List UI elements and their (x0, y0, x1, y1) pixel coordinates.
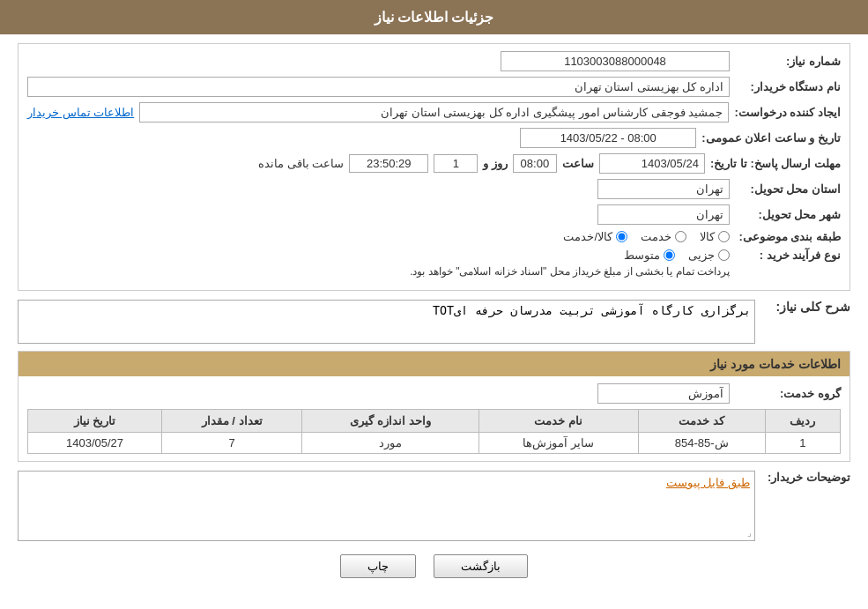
services-table: ردیف کد خدمت نام خدمت واحد اندازه گیری ت… (27, 409, 841, 454)
table-cell-name: سایر آموزش‌ها (479, 433, 638, 454)
buyer-notes-box: طبق فایل پیوست ⌟ (18, 471, 755, 541)
category-radio-kala-khedmat[interactable] (616, 231, 627, 242)
category-radio-kala[interactable] (718, 231, 730, 242)
deadline-remaining: 23:50:29 (349, 154, 428, 173)
process-row: نوع فرآیند خرید : جزیی متوسط (27, 249, 841, 278)
creator-value: جمشید فوجقی کارشناس امور پیشگیری اداره ک… (139, 102, 729, 123)
province-label: استان محل تحویل: (735, 182, 841, 196)
back-button[interactable]: بازگشت (434, 554, 528, 578)
process-radio-jozi[interactable] (718, 249, 730, 261)
button-row: بازگشت چاپ (18, 554, 850, 578)
print-button[interactable]: چاپ (340, 554, 416, 578)
process-label-motavasset: متوسط (624, 249, 660, 262)
order-number-row: شماره نیاز: 1103003088000048 (27, 51, 841, 71)
buyer-org-label: نام دستگاه خریدار: (735, 80, 841, 93)
services-header: اطلاعات خدمات مورد نیاز (19, 352, 849, 376)
page-header: جزئیات اطلاعات نیاز (0, 0, 868, 34)
order-number-value: 1103003088000048 (501, 51, 730, 71)
process-label-jozi: جزیی (688, 249, 715, 262)
need-description-box (18, 300, 755, 346)
category-label-khedmat: خدمت (641, 230, 671, 243)
col-date: تاریخ نیاز (28, 410, 162, 433)
remaining-label: ساعت باقی مانده (258, 157, 344, 170)
buyer-org-value: اداره کل بهزیستی استان تهران (27, 77, 730, 97)
deadline-time: 08:00 (513, 154, 557, 173)
col-unit: واحد اندازه گیری (302, 410, 479, 433)
main-info-body: شماره نیاز: 1103003088000048 نام دستگاه … (19, 44, 849, 290)
resize-handle: ⌟ (747, 528, 752, 538)
order-number-label: شماره نیاز: (735, 55, 841, 68)
process-option-2[interactable]: متوسط (624, 249, 675, 262)
service-group-value: آموزش (597, 383, 730, 404)
process-option-1[interactable]: جزیی (688, 249, 730, 262)
category-radio-group: کالا خدمت کالا/خدمت (563, 230, 730, 243)
buyer-org-row: نام دستگاه خریدار: اداره کل بهزیستی استا… (27, 77, 841, 97)
category-label-kala: کالا (700, 230, 715, 243)
category-radio-khedmat[interactable] (675, 231, 686, 242)
buyer-notes-label: توضیحات خریدار: (762, 471, 850, 484)
city-value: تهران (597, 204, 730, 225)
main-info-section: شماره نیاز: 1103003088000048 نام دستگاه … (18, 43, 850, 291)
deadline-time-label: ساعت (562, 157, 594, 170)
attachment-link[interactable]: طبق فایل پیوست (666, 476, 750, 489)
deadline-row: مهلت ارسال پاسخ: تا تاریخ: 1403/05/24 سا… (27, 153, 841, 174)
table-cell-date: 1403/05/27 (28, 433, 162, 454)
city-label: شهر محل تحویل: (735, 208, 841, 221)
category-option-1[interactable]: کالا (700, 230, 730, 243)
creator-link[interactable]: اطلاعات تماس خریدار (27, 106, 134, 119)
category-option-2[interactable]: خدمت (641, 230, 686, 243)
announce-date-value: 1403/05/22 - 08:00 (520, 128, 696, 148)
province-value: تهران (597, 179, 730, 199)
deadline-label: مهلت ارسال پاسخ: تا تاریخ: (710, 157, 841, 170)
process-label: نوع فرآیند خرید : (735, 249, 841, 262)
service-group-label: گروه خدمت: (735, 387, 841, 400)
table-cell-unit: مورد (302, 433, 479, 454)
page-title: جزئیات اطلاعات نیاز (375, 10, 494, 25)
category-option-3[interactable]: کالا/خدمت (563, 230, 627, 243)
services-section: اطلاعات خدمات مورد نیاز گروه خدمت: آموزش… (18, 351, 850, 462)
process-note: پرداخت تمام یا بخشی از مبلغ خریداز محل "… (410, 265, 730, 278)
category-row: طبقه بندی موضوعی: کالا خدمت کالا/خدمت (27, 230, 841, 243)
deadline-days-label: روز و (483, 157, 508, 170)
city-row: شهر محل تحویل: تهران (27, 204, 841, 225)
service-group-row: گروه خدمت: آموزش (27, 383, 841, 404)
content-area: شماره نیاز: 1103003088000048 نام دستگاه … (0, 34, 868, 600)
announce-date-row: تاریخ و ساعت اعلان عمومی: 1403/05/22 - 0… (27, 128, 841, 148)
table-cell-row: 1 (765, 433, 840, 454)
process-radio-motavasset[interactable] (664, 249, 675, 261)
buyer-notes-section: توضیحات خریدار: طبق فایل پیوست ⌟ (18, 471, 850, 541)
category-label: طبقه بندی موضوعی: (735, 230, 841, 243)
need-description-section: شرح کلی نیاز: (18, 300, 850, 346)
col-row: ردیف (765, 410, 840, 433)
col-code: کد خدمت (638, 410, 765, 433)
services-body: گروه خدمت: آموزش ردیف کد خدمت نام خدمت و… (19, 376, 849, 461)
deadline-days: 1 (434, 154, 478, 173)
process-radio-group: جزیی متوسط (410, 249, 730, 262)
col-name: نام خدمت (479, 410, 638, 433)
province-row: استان محل تحویل: تهران (27, 179, 841, 199)
creator-row: ایجاد کننده درخواست: جمشید فوجقی کارشناس… (27, 102, 841, 123)
table-cell-quantity: 7 (162, 433, 302, 454)
need-description-textarea[interactable] (18, 300, 755, 344)
page-container: جزئیات اطلاعات نیاز شماره نیاز: 11030030… (0, 0, 868, 609)
table-cell-code: ش-85-854 (638, 433, 765, 454)
need-description-label: شرح کلی نیاز: (762, 300, 850, 314)
table-header-row: ردیف کد خدمت نام خدمت واحد اندازه گیری ت… (28, 410, 841, 433)
col-qty: تعداد / مقدار (162, 410, 302, 433)
deadline-date: 1403/05/24 (599, 153, 705, 174)
creator-label: ایجاد کننده درخواست: (734, 106, 841, 119)
table-row: 1ش-85-854سایر آموزش‌هامورد71403/05/27 (28, 433, 841, 454)
announce-date-label: تاریخ و ساعت اعلان عمومی: (701, 131, 841, 145)
category-label-kala-khedmat: کالا/خدمت (563, 230, 612, 243)
